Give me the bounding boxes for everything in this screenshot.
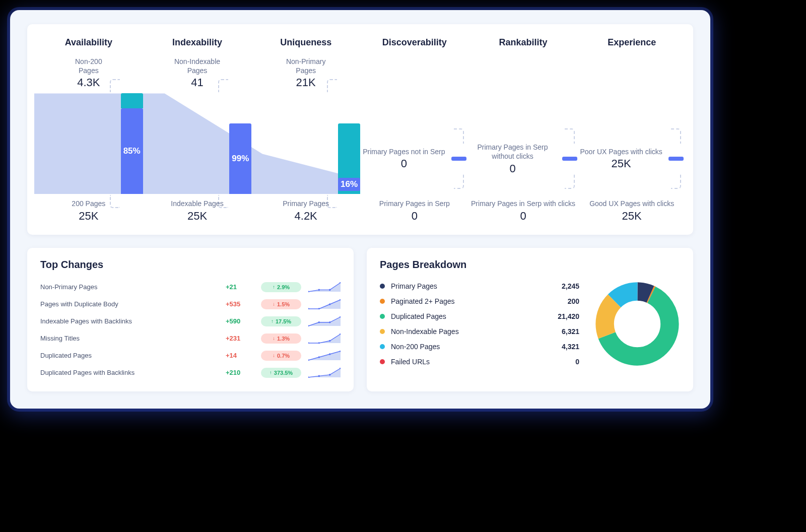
svg-point-13 bbox=[318, 342, 320, 344]
svg-point-2 bbox=[329, 289, 331, 291]
breakdown-value: 6,321 bbox=[562, 327, 579, 336]
breakdown-row-5[interactable]: Failed URLs 0 bbox=[380, 354, 579, 369]
arrow-down-icon: ↓ bbox=[273, 336, 275, 341]
svg-point-8 bbox=[308, 325, 309, 326]
breakdown-row-1[interactable]: Paginated 2+ Pages 200 bbox=[380, 294, 579, 309]
breakdown-label: Primary Pages bbox=[391, 282, 562, 290]
breakdown-label: Non-Indexable Pages bbox=[391, 327, 562, 336]
funnel-header-5: Experience bbox=[608, 37, 656, 48]
top-change-row-3[interactable]: Missing Titles +231 ↓ 1.3% bbox=[40, 330, 341, 347]
top-change-delta: +590 bbox=[226, 317, 254, 325]
arrow-down-icon: ↓ bbox=[273, 301, 275, 307]
svg-point-9 bbox=[318, 321, 320, 323]
funnel-right-col-5: Poor UX Pages with clicks 25K Good UX Pa… bbox=[577, 57, 686, 223]
top-change-delta: +21 bbox=[226, 283, 254, 291]
funnel-mini-bar-5 bbox=[668, 157, 684, 161]
top-change-pct-pill: ↑ 17.5% bbox=[261, 316, 301, 326]
svg-point-10 bbox=[329, 321, 331, 323]
top-change-name: Non-Primary Pages bbox=[40, 283, 219, 291]
dashboard-root: AvailabilityIndexabilityUniquenessDiscov… bbox=[10, 10, 710, 409]
funnel-flow-chart: 85%99%16% bbox=[34, 93, 360, 194]
breakdown-label: Non-200 Pages bbox=[391, 343, 562, 351]
arrow-up-icon: ↑ bbox=[271, 318, 274, 324]
top-changes-panel: Top Changes Non-Primary Pages +21 ↑ 2.9%… bbox=[27, 248, 354, 391]
funnel-header-1: Indexability bbox=[172, 37, 222, 48]
top-change-row-1[interactable]: Pages with Duplicate Body +535 ↓ 1.5% bbox=[40, 296, 341, 313]
funnel-header-2: Uniqueness bbox=[280, 37, 331, 48]
breakdown-label: Duplicated Pages bbox=[391, 312, 558, 320]
funnel-right-top-5: Poor UX Pages with clicks 25K bbox=[580, 147, 662, 170]
svg-point-6 bbox=[329, 303, 331, 305]
funnel-right-bottom-5: Good UX Pages with clicks 25K bbox=[589, 199, 674, 222]
legend-dot-icon bbox=[380, 314, 385, 319]
funnel-header-3: Discoverability bbox=[382, 37, 447, 48]
legend-dot-icon bbox=[380, 284, 385, 289]
top-change-name: Pages with Duplicate Body bbox=[40, 300, 219, 308]
top-change-row-0[interactable]: Non-Primary Pages +21 ↑ 2.9% bbox=[40, 279, 341, 296]
top-change-name: Duplicated Pages bbox=[40, 352, 219, 359]
breakdown-row-2[interactable]: Duplicated Pages 21,420 bbox=[380, 309, 579, 324]
top-change-pct-pill: ↓ 1.3% bbox=[261, 334, 301, 344]
top-change-sparkline bbox=[308, 282, 341, 292]
funnel-header-4: Rankability bbox=[499, 37, 548, 48]
svg-point-0 bbox=[308, 291, 309, 292]
funnel-right-top-4: Primary Pages in Serp without clicks 0 bbox=[469, 143, 557, 175]
top-change-name: Duplicated Pages with Backlinks bbox=[40, 369, 219, 376]
top-change-sparkline bbox=[308, 316, 341, 326]
top-change-name: Missing Titles bbox=[40, 335, 219, 342]
breakdown-label: Paginated 2+ Pages bbox=[391, 297, 568, 305]
funnel-header-0: Availability bbox=[65, 37, 112, 48]
funnel-top-stat-2: Non-Primary Pages 21K bbox=[286, 57, 326, 89]
top-change-delta: +535 bbox=[226, 300, 254, 308]
funnel-right-bottom-4: Primary Pages in Serp with clicks 0 bbox=[471, 199, 575, 222]
svg-point-21 bbox=[318, 375, 320, 377]
legend-dot-icon bbox=[380, 344, 385, 349]
svg-point-20 bbox=[308, 376, 309, 378]
top-change-row-4[interactable]: Duplicated Pages +14 ↓ 0.7% bbox=[40, 347, 341, 364]
funnel-right-col-3: Primary Pages not in Serp 0 Primary Page… bbox=[360, 57, 469, 223]
funnel-right-bottom-3: Primary Pages in Serp 0 bbox=[379, 199, 450, 222]
seo-funnel-panel: AvailabilityIndexabilityUniquenessDiscov… bbox=[27, 24, 693, 235]
breakdown-row-0[interactable]: Primary Pages 2,245 bbox=[380, 279, 579, 294]
breakdown-value: 200 bbox=[568, 297, 579, 305]
funnel-bar-cap-0 bbox=[121, 93, 143, 108]
funnel-top-stat-0: Non-200 Pages 4.3K bbox=[75, 57, 102, 89]
svg-point-14 bbox=[329, 340, 331, 342]
funnel-bar-2: 16% bbox=[338, 123, 360, 194]
svg-point-22 bbox=[329, 374, 331, 376]
breakdown-value: 4,321 bbox=[562, 343, 579, 351]
breakdown-value: 2,245 bbox=[562, 282, 579, 290]
pages-breakdown-donut bbox=[594, 281, 680, 367]
top-change-pct-pill: ↑ 2.9% bbox=[261, 282, 301, 292]
pages-breakdown-title: Pages Breakdown bbox=[380, 259, 680, 271]
top-change-delta: +210 bbox=[226, 369, 254, 376]
funnel-right-top-3: Primary Pages not in Serp 0 bbox=[363, 147, 445, 170]
top-change-pct-pill: ↓ 1.5% bbox=[261, 299, 301, 309]
arrow-down-icon: ↓ bbox=[273, 353, 275, 358]
legend-dot-icon bbox=[380, 299, 385, 304]
funnel-bottom-stat-1: Indexable Pages 25K bbox=[171, 199, 223, 222]
svg-point-5 bbox=[318, 308, 320, 309]
top-change-delta: +14 bbox=[226, 352, 254, 359]
top-change-name: Indexable Pages with Backlinks bbox=[40, 317, 219, 325]
funnel-bottom-stat-2: Primary Pages 4.2K bbox=[283, 199, 329, 222]
pages-breakdown-panel: Pages Breakdown Primary Pages 2,245 Pagi… bbox=[367, 248, 693, 391]
breakdown-row-3[interactable]: Non-Indexable Pages 6,321 bbox=[380, 324, 579, 339]
top-change-pct-pill: ↑ 373.5% bbox=[261, 368, 301, 378]
funnel-top-stat-1: Non-Indexable Pages 41 bbox=[174, 57, 220, 89]
svg-point-17 bbox=[318, 356, 320, 358]
top-change-pct-pill: ↓ 0.7% bbox=[261, 351, 301, 361]
top-change-row-5[interactable]: Duplicated Pages with Backlinks +210 ↑ 3… bbox=[40, 364, 341, 381]
funnel-bottom-stat-0: 200 Pages 25K bbox=[72, 199, 105, 222]
svg-point-1 bbox=[318, 289, 320, 291]
funnel-mini-bar-4 bbox=[562, 157, 577, 161]
legend-dot-icon bbox=[380, 329, 385, 334]
breakdown-value: 0 bbox=[575, 358, 579, 366]
breakdown-row-4[interactable]: Non-200 Pages 4,321 bbox=[380, 339, 579, 354]
arrow-up-icon: ↑ bbox=[273, 284, 275, 290]
breakdown-label: Failed URLs bbox=[391, 358, 575, 366]
svg-point-4 bbox=[308, 308, 309, 309]
funnel-mini-bar-3 bbox=[451, 157, 466, 161]
top-change-row-2[interactable]: Indexable Pages with Backlinks +590 ↑ 17… bbox=[40, 313, 341, 330]
top-change-sparkline bbox=[308, 334, 341, 344]
